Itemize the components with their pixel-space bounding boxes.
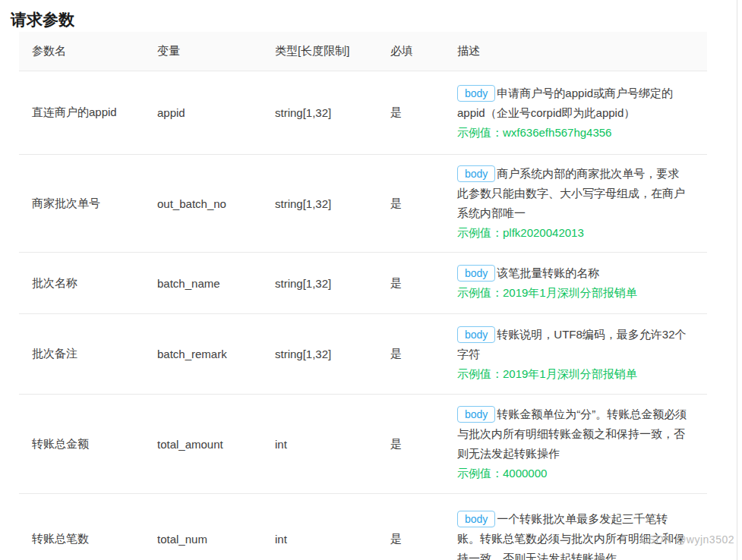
param-type: string[1,32] — [275, 277, 390, 290]
param-type: string[1,32] — [275, 106, 390, 119]
param-type: int — [275, 533, 390, 546]
param-name: 商家批次单号 — [19, 197, 157, 211]
param-required: 是 — [390, 347, 457, 361]
param-type: string[1,32] — [275, 197, 390, 210]
param-type: int — [275, 438, 390, 451]
example-value: 示例值：4000000 — [457, 464, 689, 483]
body-badge: body — [457, 265, 495, 282]
page-title: 请求参数 — [11, 9, 74, 30]
csdn-watermark: CSDN @wyjn3502 — [640, 533, 734, 546]
param-type: string[1,32] — [275, 348, 390, 360]
col-header-description: 描述 — [457, 44, 707, 58]
body-badge: body — [457, 406, 495, 423]
table-header-row: 参数名 变量 类型[长度限制] 必填 描述 — [19, 32, 707, 71]
body-badge: body — [457, 326, 495, 343]
param-variable: total_num — [157, 533, 275, 546]
param-name: 转账总笔数 — [19, 532, 157, 546]
col-header-type: 类型[长度限制] — [275, 44, 390, 58]
param-required: 是 — [390, 532, 457, 546]
param-description: body转账说明，UTF8编码，最多允许32个字符 示例值：2019年1月深圳分… — [457, 325, 707, 384]
table-row-total-num: 转账总笔数 total_num int 是 body一个转账批次单最多发起三千笔… — [19, 494, 707, 560]
request-params-table: 参数名 变量 类型[长度限制] 必填 描述 直连商户的appid appid s… — [19, 32, 707, 560]
param-name: 转账总金额 — [19, 437, 157, 451]
description-text: 该笔批量转账的名称 — [497, 266, 599, 279]
example-value: 示例值：wxf636efh567hg4356 — [457, 123, 689, 143]
table-row-total-amount: 转账总金额 total_amount int 是 body转账金额单位为“分”。… — [19, 395, 707, 494]
page-scrollbar[interactable] — [737, 0, 737, 560]
example-value: 示例值：2019年1月深圳分部报销单 — [457, 283, 689, 303]
param-description: body该笔批量转账的名称 示例值：2019年1月深圳分部报销单 — [457, 263, 707, 303]
param-name: 批次备注 — [19, 347, 157, 361]
example-value: 示例值：2019年1月深圳分部报销单 — [457, 364, 689, 384]
table-row-batch-name: 批次名称 batch_name string[1,32] 是 body该笔批量转… — [19, 253, 707, 314]
body-badge: body — [457, 85, 495, 102]
param-description: body申请商户号的appid或商户号绑定的appid（企业号corpid即为此… — [457, 83, 707, 143]
body-badge: body — [457, 511, 495, 527]
col-header-variable: 变量 — [157, 44, 275, 58]
param-variable: total_amount — [157, 438, 275, 451]
param-variable: out_batch_no — [157, 197, 275, 210]
param-description: body转账金额单位为“分”。转账总金额必须与批次内所有明细转账金额之和保持一致… — [457, 404, 707, 483]
body-badge: body — [457, 165, 495, 182]
table-row-appid: 直连商户的appid appid string[1,32] 是 body申请商户… — [19, 71, 707, 155]
param-required: 是 — [390, 437, 457, 451]
param-name: 批次名称 — [19, 276, 157, 291]
param-variable: appid — [157, 106, 275, 119]
param-required: 是 — [390, 105, 457, 120]
param-required: 是 — [390, 276, 457, 291]
col-header-param-name: 参数名 — [19, 44, 157, 58]
col-header-required: 必填 — [390, 44, 457, 58]
table-row-batch-remark: 批次备注 batch_remark string[1,32] 是 body转账说… — [19, 314, 707, 395]
param-variable: batch_name — [157, 277, 275, 290]
table-row-out-batch-no: 商家批次单号 out_batch_no string[1,32] 是 body商… — [19, 155, 707, 253]
example-value: 示例值：plfk2020042013 — [457, 223, 689, 243]
param-variable: batch_remark — [157, 348, 275, 360]
param-description: body商户系统内部的商家批次单号，要求此参数只能由数字、大小写字母组成，在商户… — [457, 164, 707, 243]
param-name: 直连商户的appid — [19, 105, 157, 120]
param-required: 是 — [390, 197, 457, 211]
